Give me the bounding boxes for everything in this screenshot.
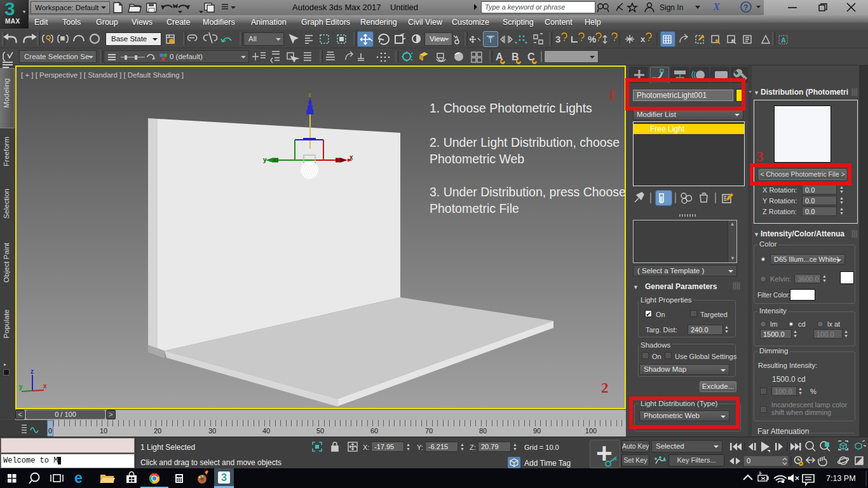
svg-text:7:13 PM: 7:13 PM [826, 474, 856, 483]
svg-text:z: z [308, 91, 311, 98]
svg-text:e: e [74, 470, 83, 486]
svg-text:C: C [527, 51, 535, 62]
svg-text:0: 0 [747, 457, 750, 464]
svg-text:y: y [263, 156, 267, 163]
svg-text:B: B [512, 51, 519, 62]
svg-text:X: X [712, 1, 721, 13]
svg-text:?: ? [743, 3, 748, 12]
svg-text:3: 3 [555, 34, 560, 44]
svg-text:x: x [641, 34, 646, 44]
svg-text:A: A [496, 51, 503, 62]
svg-text:A: A [781, 36, 786, 44]
svg-text:x: x [349, 154, 353, 161]
svg-text:x: x [43, 383, 47, 390]
svg-text:z: z [31, 368, 34, 375]
svg-text:%: % [588, 34, 596, 44]
svg-text:y: y [19, 383, 23, 390]
